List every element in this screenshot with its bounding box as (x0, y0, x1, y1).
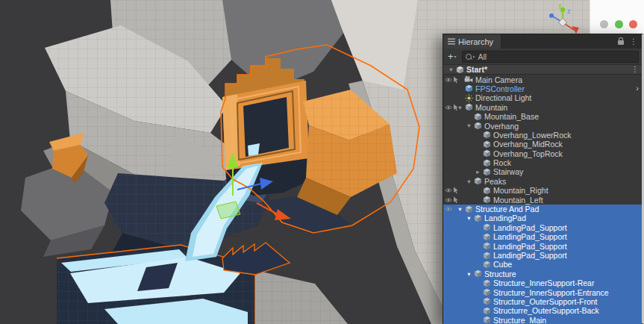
foldout-open-icon[interactable]: ▾ (465, 178, 473, 185)
row-label: Directional Light (475, 93, 531, 102)
foldout-closed-icon[interactable]: ▸ (474, 169, 482, 175)
axis-y-label: y (558, 1, 562, 9)
hierarchy-row-overhang-toprock[interactable]: Overhang_TopRock (443, 149, 642, 158)
row-label: Overhang_TopRock (493, 149, 563, 158)
row-label: Overhang (484, 122, 519, 131)
lock-icon[interactable] (618, 40, 624, 45)
hierarchy-row-overhang-lowerrock[interactable]: Overhang_LowerRock (443, 131, 642, 140)
foldout-open-icon[interactable]: ▾ (465, 215, 473, 222)
row-label: Structure (484, 270, 516, 278)
cube-icon (464, 205, 473, 214)
hierarchy-row-fpscontroller[interactable]: FPSController› (443, 84, 642, 93)
hierarchy-tabbar: Hierarchy ⋮ (443, 34, 642, 49)
row-label: LandingPad_Support (493, 232, 567, 241)
hierarchy-row-cube[interactable]: Cube (443, 260, 642, 269)
hierarchy-row-rock[interactable]: Rock (443, 158, 642, 167)
hierarchy-row-peaks[interactable]: ▾Peaks (443, 177, 642, 186)
hierarchy-row-directional-light[interactable]: Directional Light (443, 93, 642, 102)
hierarchy-row-overhang[interactable]: ▾Overhang (443, 121, 642, 130)
tab-menu-dots-icon[interactable]: ⋮ (630, 38, 637, 46)
hierarchy-row-mountain-left[interactable]: Mountain_Left (443, 195, 642, 204)
pick-cursor-icon[interactable] (453, 76, 459, 84)
hierarchy-row-mountain-right[interactable]: Mountain_Right (443, 186, 642, 195)
cube-icon (482, 187, 491, 195)
cube-icon (482, 140, 491, 149)
row-gutter (445, 195, 459, 204)
cube-icon (473, 113, 482, 121)
hierarchy-row-landingpad-support[interactable]: LandingPad_Support (443, 241, 642, 250)
pick-cursor-icon[interactable] (453, 196, 459, 204)
hierarchy-row-overhang-midrock[interactable]: Overhang_MidRock (443, 140, 642, 149)
hierarchy-row-mountain[interactable]: ▾Mountain (443, 103, 642, 112)
hierarchy-row-landingpad-support[interactable]: LandingPad_Support (443, 232, 642, 241)
row-label: Main Camera (475, 75, 522, 84)
foldout-open-icon[interactable]: ▾ (465, 271, 473, 278)
search-value: All (478, 52, 487, 61)
row-label: Mountain_Right (493, 186, 548, 195)
hierarchy-row-structure-main[interactable]: Structure_Main (443, 316, 642, 324)
cube-icon (482, 261, 491, 269)
row-label: FPSController (475, 84, 525, 93)
foldout-open-icon[interactable]: ▾ (465, 122, 473, 129)
hierarchy-row-start[interactable]: ▾Start*⋮ (443, 65, 642, 75)
hierarchy-row-structure-innersupport-entrance[interactable]: Structure_InnerSupport-Entrance (443, 287, 642, 296)
visibility-eye-icon[interactable] (445, 187, 452, 193)
hierarchy-row-structure-innersupport-rear[interactable]: Structure_InnerSupport-Rear (443, 278, 642, 287)
scene-icon (455, 66, 464, 74)
row-gutter (445, 205, 452, 214)
foldout-open-icon[interactable]: ▾ (456, 206, 464, 213)
row-label: Mountain (475, 103, 507, 112)
search-filter-caret-icon: ▾ (473, 54, 475, 59)
row-label: LandingPad_Support (493, 223, 567, 232)
unity-editor: y z x Hierarchy ⋮ (0, 0, 644, 324)
pick-cursor-icon[interactable] (453, 187, 459, 194)
hierarchy-row-structure-outersupport-front[interactable]: Structure_OuterSupport-Front (443, 297, 642, 306)
cube-icon (473, 270, 482, 278)
row-label: Peaks (484, 177, 506, 186)
tab-hierarchy[interactable]: Hierarchy (443, 34, 501, 49)
search-input[interactable]: ▾ All (462, 51, 639, 63)
camera-icon (464, 75, 473, 84)
pick-cursor-icon[interactable] (453, 104, 459, 111)
row-label: Structurre_OuterSupport-Back (493, 306, 599, 315)
cube-icon (473, 177, 482, 185)
hierarchy-row-landingpad-support[interactable]: LandingPad_Support (443, 223, 642, 232)
window-titlebar-fragment (590, 0, 644, 34)
hierarchy-row-landingpad-support[interactable]: LandingPad_Support (443, 251, 642, 260)
hierarchy-row-mountain-base[interactable]: Mountain_Base (443, 112, 642, 121)
hierarchy-tab-icon (448, 38, 455, 45)
cube-icon (482, 288, 491, 296)
row-label: Rock (493, 158, 511, 167)
axis-z-handle[interactable] (549, 13, 554, 18)
cube-icon (473, 122, 482, 130)
hierarchy-row-landingpad[interactable]: ▾LandingPad (443, 214, 642, 222)
tab-hierarchy-label: Hierarchy (458, 37, 493, 46)
visibility-eye-icon[interactable] (445, 197, 452, 203)
cube-icon (482, 279, 491, 287)
hierarchy-panel: Hierarchy ⋮ + ▾ ▾ All ▾Start*⋮Main Camer… (443, 34, 644, 324)
create-button[interactable]: + ▾ (446, 52, 458, 61)
hierarchy-tree: ▾Start*⋮Main CameraFPSController›Directi… (443, 65, 642, 324)
window-button-gray[interactable] (600, 20, 608, 28)
hierarchy-row-structure-and-pad[interactable]: ▾Structure And Pad (443, 205, 642, 214)
hierarchy-row-stairway[interactable]: ▸Stairway (443, 167, 642, 176)
hierarchy-row-structurre-outersupport-back[interactable]: Structurre_OuterSupport-Back (443, 306, 642, 315)
row-label: Overhang_LowerRock (493, 131, 571, 140)
row-label: Overhang_MidRock (493, 140, 563, 149)
hierarchy-row-structure[interactable]: ▾Structure (443, 270, 642, 278)
row-gutter (445, 103, 459, 112)
cube-icon (473, 214, 482, 222)
visibility-eye-icon[interactable] (445, 105, 452, 110)
row-label: Cube (493, 260, 512, 269)
window-button-green[interactable] (615, 20, 623, 28)
row-label: LandingPad (484, 214, 526, 222)
visibility-eye-icon[interactable] (445, 77, 452, 83)
window-button-red[interactable] (629, 20, 637, 28)
visibility-eye-icon[interactable] (445, 206, 452, 212)
cube-icon (482, 159, 491, 167)
prefab-open-chevron-icon[interactable]: › (636, 84, 639, 93)
hierarchy-row-main-camera[interactable]: Main Camera (443, 75, 642, 84)
row-menu-dots-icon[interactable]: ⋮ (631, 66, 639, 73)
foldout-open-icon[interactable]: ▾ (447, 66, 455, 73)
cube-icon (482, 316, 491, 324)
